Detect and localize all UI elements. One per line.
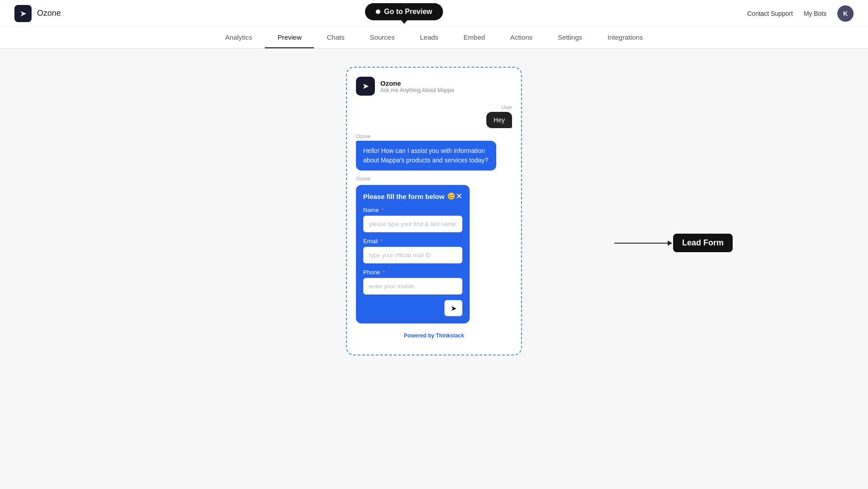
chat-preview-window: ➤ Ozone Ask me Anything About Mappa User… bbox=[346, 67, 522, 355]
lead-form-callout: Lead Form bbox=[614, 234, 733, 252]
tab-sources[interactable]: Sources bbox=[357, 27, 407, 48]
name-form-group: Name * bbox=[363, 207, 462, 232]
lead-form-title-text: Please fill the form below bbox=[363, 193, 444, 200]
phone-required-star: * bbox=[383, 269, 385, 276]
lead-form-card: Please fill the form below 😊 ✕ Name * bbox=[356, 185, 470, 323]
bot-logo-icon: ➤ bbox=[356, 77, 375, 96]
app-name: Ozone bbox=[37, 9, 61, 18]
tab-actions[interactable]: Actions bbox=[498, 27, 545, 48]
app-logo-icon: ➤ bbox=[14, 5, 32, 22]
email-required-star: * bbox=[380, 238, 383, 244]
messages-area: User Hey Ozone Hello! How can I assist y… bbox=[356, 105, 512, 323]
top-bar: ➤ Ozone Go to Preview Contact Support My… bbox=[0, 0, 868, 27]
name-required-star: * bbox=[381, 207, 383, 213]
bot-bubble-1: Hello! How can I assist you with informa… bbox=[356, 141, 496, 171]
emoji-icon: 😊 bbox=[447, 192, 456, 200]
email-label-text: Email bbox=[363, 238, 378, 244]
name-input[interactable] bbox=[363, 216, 462, 232]
brand-section: ➤ Ozone bbox=[14, 5, 61, 22]
preview-btn-container: Go to Preview bbox=[365, 3, 443, 24]
close-form-button[interactable]: ✕ bbox=[456, 192, 462, 200]
preview-arrow-indicator bbox=[401, 19, 408, 24]
email-label: Email * bbox=[363, 238, 462, 244]
email-input[interactable] bbox=[363, 247, 462, 263]
tab-analytics[interactable]: Analytics bbox=[212, 27, 265, 48]
bot-message-row-1: Ozone Hello! How can I assist you with i… bbox=[356, 134, 512, 171]
nav-tabs: Analytics Preview Chats Sources Leads Em… bbox=[0, 27, 868, 49]
top-bar-right: Contact Support My Bots K bbox=[747, 5, 854, 22]
bot-label-1: Ozone bbox=[356, 134, 370, 139]
user-avatar[interactable]: K bbox=[837, 5, 854, 22]
phone-label-text: Phone bbox=[363, 269, 380, 276]
preview-btn-label: Go to Preview bbox=[384, 8, 432, 16]
lead-form-header: Please fill the form below 😊 ✕ bbox=[363, 192, 462, 200]
contact-support-link[interactable]: Contact Support bbox=[747, 10, 793, 17]
my-bots-link[interactable]: My Bots bbox=[803, 10, 826, 17]
phone-input[interactable] bbox=[363, 278, 462, 295]
name-label-text: Name bbox=[363, 207, 379, 213]
bot-subtitle: Ask me Anything About Mappa bbox=[380, 87, 454, 93]
powered-by: Powered by Thinkstack bbox=[356, 332, 512, 339]
phone-form-group: Phone * bbox=[363, 269, 462, 295]
submit-row: ➤ bbox=[363, 300, 462, 316]
bot-info: Ozone Ask me Anything About Mappa bbox=[380, 79, 454, 93]
powered-by-brand: Thinkstack bbox=[436, 332, 464, 339]
bot-name: Ozone bbox=[380, 79, 454, 87]
lead-form-title: Please fill the form below 😊 bbox=[363, 192, 456, 200]
tab-settings[interactable]: Settings bbox=[545, 27, 595, 48]
tab-embed[interactable]: Embed bbox=[451, 27, 498, 48]
bot-label-2: Ozone bbox=[356, 176, 370, 181]
submit-button[interactable]: ➤ bbox=[444, 300, 462, 316]
tab-integrations[interactable]: Integrations bbox=[595, 27, 656, 48]
preview-dot bbox=[376, 9, 380, 14]
tab-preview[interactable]: Preview bbox=[265, 27, 314, 48]
name-label: Name * bbox=[363, 207, 462, 213]
bot-header: ➤ Ozone Ask me Anything About Mappa bbox=[356, 77, 512, 96]
powered-by-text: Powered by bbox=[404, 332, 434, 339]
bot-message-row-2: Ozone Please fill the form below 😊 ✕ Nam… bbox=[356, 176, 512, 323]
phone-label: Phone * bbox=[363, 269, 462, 276]
email-form-group: Email * bbox=[363, 238, 462, 263]
callout-arrow-line bbox=[614, 243, 669, 244]
main-content: ➤ Ozone Ask me Anything About Mappa User… bbox=[0, 49, 868, 374]
go-to-preview-button[interactable]: Go to Preview bbox=[365, 3, 443, 20]
send-icon: ➤ bbox=[451, 304, 457, 313]
user-bubble: Hey bbox=[486, 112, 512, 128]
user-message-row: User Hey bbox=[356, 105, 512, 128]
tab-leads[interactable]: Leads bbox=[407, 27, 451, 48]
callout-label: Lead Form bbox=[673, 234, 733, 252]
user-label: User bbox=[502, 105, 512, 110]
tab-chats[interactable]: Chats bbox=[314, 27, 357, 48]
